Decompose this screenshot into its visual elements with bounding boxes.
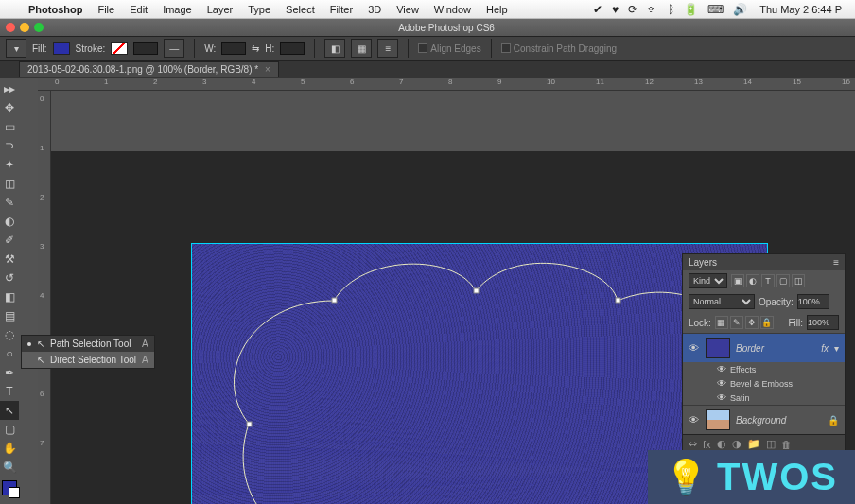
panel-menu-icon[interactable]: ≡ xyxy=(833,257,839,268)
flyout-direct-selection[interactable]: ↖ Direct Selection Tool A xyxy=(22,352,154,368)
tab-close-icon[interactable]: × xyxy=(265,64,270,75)
lasso-tool[interactable]: ⊃ xyxy=(0,136,19,155)
constrain-path-checkbox[interactable]: Constrain Path Dragging xyxy=(501,43,618,54)
type-tool[interactable]: T xyxy=(0,382,19,401)
window-zoom-button[interactable] xyxy=(34,23,44,32)
visibility-toggle-icon[interactable]: 👁 xyxy=(689,414,700,426)
height-input[interactable] xyxy=(280,42,305,55)
status-sync-icon[interactable]: ⟳ xyxy=(623,3,642,16)
layer-thumbnail[interactable] xyxy=(706,338,730,358)
menu-image[interactable]: Image xyxy=(155,4,200,15)
visibility-toggle-icon[interactable]: 👁 xyxy=(717,392,726,403)
gradient-tool[interactable]: ▤ xyxy=(0,306,19,325)
width-input[interactable] xyxy=(221,42,246,55)
window-minimize-button[interactable] xyxy=(20,23,29,32)
visibility-toggle-icon[interactable]: 👁 xyxy=(717,378,726,389)
document-tab[interactable]: 2013-05-02-06.30.08-1.png @ 100% (Border… xyxy=(19,61,279,77)
menu-view[interactable]: View xyxy=(389,4,427,15)
collapse-effects-icon[interactable]: ▾ xyxy=(834,343,839,354)
vertical-ruler[interactable]: 01234567 xyxy=(38,91,51,504)
layer-style-icon[interactable]: fx xyxy=(703,439,711,450)
healing-brush-tool[interactable]: ◐ xyxy=(0,212,19,231)
dodge-tool[interactable]: ○ xyxy=(0,344,19,363)
layer-filter-kind[interactable]: Kind xyxy=(689,273,727,288)
lock-all-icon[interactable]: 🔒 xyxy=(760,316,774,329)
stroke-swatch[interactable] xyxy=(111,42,128,55)
brush-tool[interactable]: ✐ xyxy=(0,231,19,250)
menu-type[interactable]: Type xyxy=(240,4,278,15)
clone-stamp-tool[interactable]: ⚒ xyxy=(0,250,19,269)
opacity-input[interactable] xyxy=(797,294,829,309)
align-edges-checkbox[interactable]: Align Edges xyxy=(418,43,480,54)
zoom-tool[interactable]: 🔍 xyxy=(0,458,19,477)
menu-window[interactable]: Window xyxy=(427,4,479,15)
status-bluetooth-icon[interactable]: ᛒ xyxy=(663,3,679,16)
layer-fill-input[interactable] xyxy=(807,315,839,330)
foreground-background-colors[interactable] xyxy=(2,480,17,495)
window-close-button[interactable] xyxy=(6,23,15,32)
new-group-icon[interactable]: 📁 xyxy=(747,438,760,450)
layer-row-background[interactable]: 👁 Background 🔒 xyxy=(683,405,845,434)
filter-shape-icon[interactable]: ▢ xyxy=(776,274,790,287)
effects-group[interactable]: 👁 Effects xyxy=(683,362,845,376)
layers-panel-header[interactable]: Layers ≡ xyxy=(683,254,845,270)
menu-layer[interactable]: Layer xyxy=(200,4,241,15)
eraser-tool[interactable]: ◧ xyxy=(0,287,19,306)
collapse-tools-icon[interactable]: ▸▸ xyxy=(0,79,19,98)
menu-edit[interactable]: Edit xyxy=(122,4,155,15)
stroke-options-button[interactable]: — xyxy=(164,39,184,58)
stroke-width-input[interactable] xyxy=(133,42,158,55)
menubar-clock[interactable]: Thu May 2 6:44 P xyxy=(752,4,849,15)
filter-type-icon[interactable]: T xyxy=(761,274,775,287)
magic-wand-tool[interactable]: ✦ xyxy=(0,155,19,174)
link-layers-icon[interactable]: ⇔ xyxy=(689,438,697,450)
layer-thumbnail[interactable] xyxy=(706,409,730,430)
hand-tool[interactable]: ✋ xyxy=(0,439,19,458)
delete-layer-icon[interactable]: 🗑 xyxy=(781,439,792,450)
menu-file[interactable]: File xyxy=(90,4,122,15)
menu-3d[interactable]: 3D xyxy=(360,4,389,15)
layer-row-border[interactable]: 👁 Border fx ▾ xyxy=(683,333,845,362)
fill-swatch[interactable] xyxy=(53,42,70,55)
status-volume-icon[interactable]: 🔊 xyxy=(728,3,752,16)
layer-name[interactable]: Border xyxy=(736,343,815,354)
status-battery-icon[interactable]: 🔋 xyxy=(679,3,703,16)
visibility-toggle-icon[interactable]: 👁 xyxy=(689,342,700,354)
link-wh-icon[interactable]: ⇆ xyxy=(252,43,259,54)
path-arrangement-button[interactable]: ≡ xyxy=(377,39,398,58)
fx-badge[interactable]: fx xyxy=(821,343,829,354)
lock-position-icon[interactable]: ✥ xyxy=(745,316,759,329)
rectangle-tool[interactable]: ▢ xyxy=(0,420,19,439)
menu-select[interactable]: Select xyxy=(278,4,323,15)
layers-panel[interactable]: Layers ≡ Kind ▣ ◐ T ▢ ◫ Normal Opacity: … xyxy=(682,253,846,454)
blur-tool[interactable]: ◌ xyxy=(0,325,19,344)
status-heart-icon[interactable]: ♥ xyxy=(607,3,623,16)
move-tool[interactable]: ✥ xyxy=(0,98,19,117)
filter-smart-icon[interactable]: ◫ xyxy=(792,274,805,287)
crop-tool[interactable]: ◫ xyxy=(0,174,19,193)
effect-bevel-emboss[interactable]: 👁 Bevel & Emboss xyxy=(683,376,845,391)
tool-preset-icon[interactable]: ▾ xyxy=(6,39,26,58)
filter-adjustment-icon[interactable]: ◐ xyxy=(746,274,759,287)
flyout-path-selection[interactable]: ↖ Path Selection Tool A xyxy=(22,336,154,352)
path-operations-button[interactable]: ◧ xyxy=(324,39,345,58)
status-keyboard-icon[interactable]: ⌨ xyxy=(703,3,728,16)
status-wifi-icon[interactable]: ᯤ xyxy=(642,3,663,16)
app-menu[interactable]: Photoshop xyxy=(21,4,90,15)
menu-help[interactable]: Help xyxy=(479,4,515,15)
pen-tool[interactable]: ✒ xyxy=(0,363,19,382)
marquee-tool[interactable]: ▭ xyxy=(0,117,19,136)
path-selection-tool[interactable]: ↖ xyxy=(0,401,19,420)
filter-pixel-icon[interactable]: ▣ xyxy=(731,274,744,287)
new-layer-icon[interactable]: ◫ xyxy=(766,438,776,450)
blend-mode-select[interactable]: Normal xyxy=(689,294,755,309)
visibility-toggle-icon[interactable]: 👁 xyxy=(717,364,726,374)
lock-pixels-icon[interactable]: ✎ xyxy=(730,316,743,329)
path-alignment-button[interactable]: ▦ xyxy=(351,39,372,58)
horizontal-ruler[interactable]: 012345678910111213141516 xyxy=(38,78,855,91)
eyedropper-tool[interactable]: ✎ xyxy=(0,193,19,212)
new-fill-adjustment-icon[interactable]: ◑ xyxy=(732,438,742,450)
layer-mask-icon[interactable]: ◐ xyxy=(717,438,726,450)
history-brush-tool[interactable]: ↺ xyxy=(0,269,19,287)
effect-satin[interactable]: 👁 Satin xyxy=(683,391,845,405)
